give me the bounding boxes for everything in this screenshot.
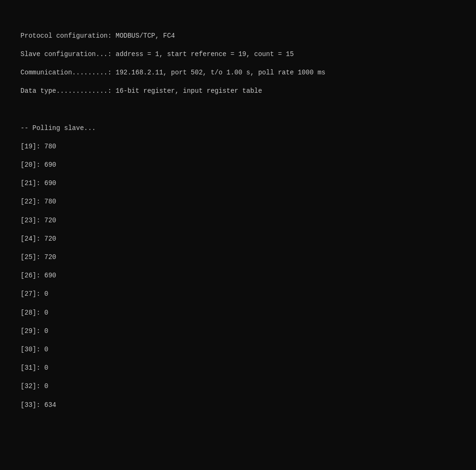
block1-reg29: [29]: 0 xyxy=(21,327,49,335)
block1-reg27: [27]: 0 xyxy=(21,290,49,298)
block1-reg21: [21]: 690 xyxy=(21,179,57,187)
block-2: C:\modpoll\win>modpoll -m tcp -a 2 -r 19… xyxy=(5,465,471,470)
block1-reg32: [32]: 0 xyxy=(21,382,49,390)
block1-reg23: [23]: 720 xyxy=(21,217,57,224)
block1-reg25: [25]: 720 xyxy=(21,253,57,261)
block1-line-4: Data type.............: 16-bit register,… xyxy=(21,87,262,95)
block1-polling: -- Polling slave... xyxy=(21,124,96,132)
block1-line-1: Protocol configuration: MODBUS/TCP, FC4 xyxy=(21,32,175,40)
block1-reg30: [30]: 0 xyxy=(21,346,49,353)
block1-reg31: [31]: 0 xyxy=(21,364,49,372)
block1-reg28: [28]: 0 xyxy=(21,309,49,316)
block1-reg26: [26]: 690 xyxy=(21,272,57,279)
block1-reg19: [19]: 780 xyxy=(21,143,57,150)
block1-reg33: [33]: 634 xyxy=(21,401,57,409)
terminal-window: Protocol configuration: MODBUS/TCP, FC4 … xyxy=(5,4,471,470)
block1-line-3: Communication.........: 192.168.2.11, po… xyxy=(21,69,326,76)
block1-reg22: [22]: 780 xyxy=(21,198,57,205)
block1-line-2: Slave configuration...: address = 1, sta… xyxy=(21,50,294,58)
block1-reg20: [20]: 690 xyxy=(21,161,57,169)
block-1: Protocol configuration: MODBUS/TCP, FC4 … xyxy=(5,22,471,428)
block1-reg24: [24]: 720 xyxy=(21,235,57,243)
